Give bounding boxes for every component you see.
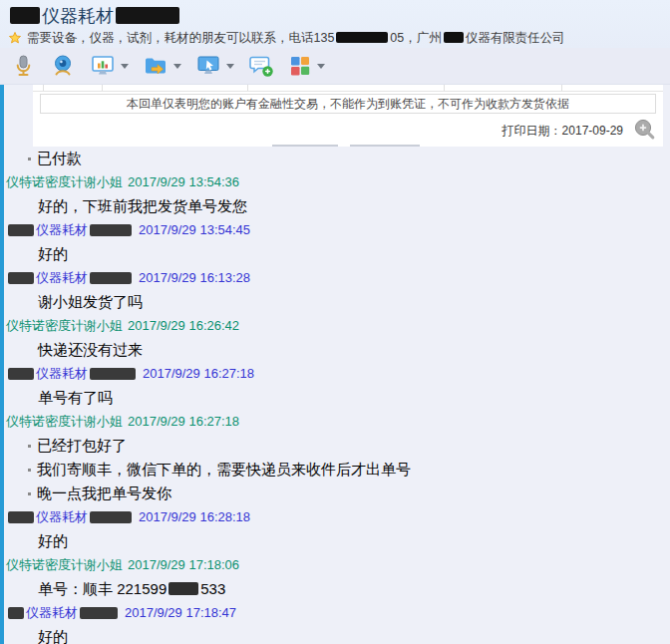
message-list: 已付款仪特诺密度计谢小姐2017/9/29 13:54:36好的，下班前我把发货… bbox=[0, 85, 670, 644]
message-timestamp: 2017/9/29 16:27:18 bbox=[128, 410, 239, 434]
sender-name: 仪特诺密度计谢小姐 bbox=[6, 170, 123, 194]
new-message-icon bbox=[248, 53, 274, 79]
bullet-dot bbox=[28, 469, 31, 472]
message-sender-header: 仪特诺密度计谢小姐2017/9/29 16:27:18 bbox=[0, 410, 670, 434]
message-timestamp: 2017/9/29 16:26:42 bbox=[128, 314, 239, 338]
remote-desktop-button[interactable] bbox=[191, 50, 238, 82]
voice-chat-icon bbox=[10, 53, 36, 79]
bullet-dot bbox=[28, 445, 31, 448]
star-icon bbox=[8, 31, 22, 45]
message-sender-header: 仪器耗材2017/9/29 17:18:47 bbox=[0, 601, 670, 625]
sender-name: 仪特诺密度计谢小姐 bbox=[6, 410, 123, 434]
bullet-dot bbox=[28, 492, 31, 495]
message-timestamp: 2017/9/29 16:28:18 bbox=[139, 505, 250, 529]
chevron-down-icon[interactable] bbox=[317, 64, 325, 69]
message-timestamp: 2017/9/29 17:18:47 bbox=[125, 601, 236, 625]
video-chat-button[interactable] bbox=[46, 50, 80, 82]
message-sender-header: 仪特诺密度计谢小姐2017/9/29 16:26:42 bbox=[0, 314, 670, 338]
toolbar bbox=[0, 48, 670, 85]
receipt-image[interactable]: 本回单仅表明您的账户有金融性交易，不能作为到账凭证，不可作为收款方发货依据 打印… bbox=[33, 85, 663, 147]
chat-history[interactable]: 本回单仅表明您的账户有金融性交易，不能作为到账凭证，不可作为收款方发货依据 打印… bbox=[0, 85, 670, 644]
sender-name: 仪器耗材 bbox=[6, 218, 134, 242]
message-bullet-item: 已付款 bbox=[0, 147, 670, 170]
receipt-bottom-fragment bbox=[272, 145, 338, 147]
send-file-icon bbox=[143, 53, 168, 79]
apps-grid-button[interactable] bbox=[284, 50, 329, 82]
remote-desktop-icon bbox=[195, 53, 221, 79]
message-bullet-item: 我们寄顺丰，微信下单的，需要快递员来收件后才出单号 bbox=[0, 458, 670, 482]
screen-presentation-button[interactable] bbox=[86, 50, 133, 82]
message-sender-header: 仪器耗材2017/9/29 16:27:18 bbox=[0, 362, 670, 386]
message-bullet-item: 已经打包好了 bbox=[0, 434, 670, 458]
message-text: 谢小姐发货了吗 bbox=[0, 290, 670, 314]
chevron-down-icon[interactable] bbox=[121, 64, 129, 69]
send-file-button[interactable] bbox=[139, 50, 185, 82]
message-text: 单号有了吗 bbox=[0, 386, 670, 410]
message-text: 好的 bbox=[0, 529, 670, 553]
contact-signature: 需要设备，仪器，试剂，耗材的朋友可以联系，电话13505，广州仪器有限责任公司 bbox=[8, 29, 662, 47]
new-message-button[interactable] bbox=[244, 50, 278, 82]
chevron-down-icon[interactable] bbox=[173, 64, 181, 69]
message-text: 好的 bbox=[0, 242, 670, 266]
bullet-dot bbox=[28, 158, 31, 161]
receipt-notice: 本回单仅表明您的账户有金融性交易，不能作为到账凭证，不可作为收款方发货依据 bbox=[40, 94, 656, 114]
receipt-table-remnant bbox=[33, 85, 663, 92]
sender-name: 仪特诺密度计谢小姐 bbox=[6, 314, 123, 338]
sender-name: 仪器耗材 bbox=[6, 266, 134, 290]
message-sender-header: 仪器耗材2017/9/29 16:28:18 bbox=[0, 505, 670, 529]
voice-chat-button[interactable] bbox=[6, 50, 40, 82]
message-bullet-item: 晚一点我把单号发你 bbox=[0, 482, 670, 505]
contact-name: 仪器耗材 bbox=[8, 4, 662, 28]
receipt-print-date: 打印日期：2017-09-29 bbox=[33, 114, 663, 140]
message-timestamp: 2017/9/29 16:13:28 bbox=[139, 266, 250, 290]
message-sender-header: 仪器耗材2017/9/29 16:13:28 bbox=[0, 266, 670, 290]
left-edge-strip bbox=[0, 85, 4, 644]
apps-grid-icon bbox=[288, 54, 312, 78]
message-text: 好的，下班前我把发货单号发您 bbox=[0, 194, 670, 218]
receipt-bottom-fragment bbox=[350, 145, 420, 147]
chevron-down-icon[interactable] bbox=[226, 64, 234, 69]
message-text: 好的 bbox=[0, 625, 670, 644]
message-timestamp: 2017/9/29 13:54:45 bbox=[139, 218, 250, 242]
screen-presentation-icon bbox=[90, 53, 116, 79]
message-text: 单号：顺丰 221599533 bbox=[0, 577, 670, 601]
chat-header: 仪器耗材 需要设备，仪器，试剂，耗材的朋友可以联系，电话13505，广州仪器有限… bbox=[0, 0, 670, 48]
sender-name: 仪器耗材 bbox=[6, 505, 134, 529]
message-text: 快递还没有过来 bbox=[0, 338, 670, 362]
sender-name: 仪器耗材 bbox=[6, 362, 138, 386]
message-timestamp: 2017/9/29 16:27:18 bbox=[143, 362, 254, 386]
chat-window: 仪器耗材 需要设备，仪器，试剂，耗材的朋友可以联系，电话13505，广州仪器有限… bbox=[0, 0, 670, 644]
message-sender-header: 仪特诺密度计谢小姐2017/9/29 17:18:06 bbox=[0, 553, 670, 577]
magnifier-plus-icon[interactable] bbox=[632, 117, 658, 143]
signature-text: 需要设备，仪器，试剂，耗材的朋友可以联系，电话13505，广州仪器有限责任公司 bbox=[27, 30, 565, 47]
message-timestamp: 2017/9/29 13:54:36 bbox=[128, 170, 239, 194]
message-sender-header: 仪特诺密度计谢小姐2017/9/29 13:54:36 bbox=[0, 170, 670, 194]
sender-name: 仪器耗材 bbox=[6, 601, 120, 625]
message-timestamp: 2017/9/29 17:18:06 bbox=[128, 553, 239, 577]
message-sender-header: 仪器耗材2017/9/29 13:54:45 bbox=[0, 218, 670, 242]
sender-name: 仪特诺密度计谢小姐 bbox=[6, 553, 123, 577]
video-chat-icon bbox=[50, 53, 76, 79]
